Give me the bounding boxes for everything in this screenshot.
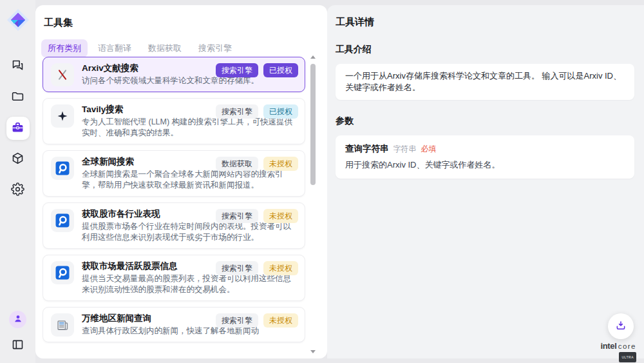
tab-category-1[interactable]: 语言翻译	[91, 39, 138, 57]
brand-ultra-badge: ULTRA	[619, 352, 636, 362]
auth-status-badge: 未授权	[263, 261, 298, 275]
category-badge: 搜索引擎	[216, 261, 258, 275]
tool-card[interactable]: 全球新闻搜索 全球新闻搜索是一个聚合全球各大新闻网站内容的搜索引擎，帮助用户快速…	[43, 150, 305, 197]
tab-category-0[interactable]: 所有类别	[41, 39, 88, 57]
intro-heading: 工具介绍	[336, 44, 634, 55]
intel-core-logo: intel core ULTRA	[600, 342, 636, 362]
rail-bottom	[8, 311, 28, 355]
detail-title: 工具详情	[336, 16, 634, 28]
tool-card[interactable]: 获取市场最活跃股票信息 提供当天交易量最高的股票列表，投资者可以利用这些信息来识…	[43, 255, 305, 301]
tool-card[interactable]: Arxiv文献搜索 访问各个研究领域大量科学论文和文章的存储库。 搜索引擎 已授…	[43, 57, 305, 92]
tool-description: 提供股票市场各个行业在特定时间段内的表现。投资者可以利用这些信息来识别表现优于或…	[82, 221, 297, 243]
user-avatar[interactable]	[9, 311, 26, 328]
cube-icon	[11, 152, 24, 168]
sparkle-icon	[51, 104, 74, 128]
category-tabs: 所有类别语言翻译数据获取搜索引擎	[41, 39, 327, 57]
blue-search-icon	[51, 209, 74, 232]
param-desc: 用于搜索的Arxiv ID、关键字或作者姓名。	[345, 159, 625, 171]
tool-description: 提供当天交易量最高的股票列表，投资者可以利用这些信息来识别流动性强的股票和潜在的…	[82, 273, 297, 295]
tool-list: Arxiv文献搜索 访问各个研究领域大量科学论文和文章的存储库。 搜索引擎 已授…	[43, 57, 305, 358]
tab-category-2[interactable]: 数据获取	[142, 39, 188, 57]
blue-search-icon	[51, 157, 74, 180]
left-rail	[0, 0, 35, 363]
param-type: 字符串	[393, 144, 417, 155]
auth-status-badge: 已授权	[263, 104, 298, 119]
download-button[interactable]	[608, 313, 634, 339]
category-badge: 搜索引擎	[216, 209, 258, 223]
category-badge: 搜索引擎	[216, 104, 258, 119]
param-card: 查询字符串 字符串 必填 用于搜索的Arxiv ID、关键字或作者姓名。	[336, 135, 634, 179]
page-title: 工具集	[44, 17, 327, 29]
tool-description: 全球新闻搜索是一个聚合全球各大新闻网站内容的搜索引擎，帮助用户快速获取全球最新资…	[82, 169, 297, 191]
newspaper-icon	[51, 313, 74, 337]
gear-icon	[11, 182, 24, 199]
toggle-sidebar[interactable]	[8, 336, 28, 355]
tab-category-3[interactable]: 搜索引擎	[192, 39, 238, 57]
toolbox-icon	[11, 121, 24, 137]
list-scrollbar[interactable]	[310, 55, 316, 353]
param-required-badge: 必填	[421, 144, 437, 155]
tool-card[interactable]: 万维地区新闻查询 查询具体行政区划内的新闻，快速了解各地新闻动 搜索引擎 未授权	[43, 307, 305, 342]
nav-settings[interactable]	[6, 179, 30, 202]
nav-files[interactable]	[6, 86, 30, 109]
nav-chat[interactable]	[6, 55, 30, 78]
intro-card: 一个用于从Arxiv存储库搜索科学论文和文章的工具。 输入可以是Arxiv ID…	[336, 64, 634, 100]
scroll-down-arrow-icon[interactable]	[310, 350, 316, 353]
tool-list-panel: 工具集 所有类别语言翻译数据获取搜索引擎 Arxiv文献搜索 访问各个研究领域大…	[35, 5, 327, 358]
auth-status-badge: 未授权	[263, 157, 298, 171]
tool-card[interactable]: 获取股市各行业表现 提供股票市场各个行业在特定时间段内的表现。投资者可以利用这些…	[43, 202, 305, 249]
brand-intel: intel	[600, 342, 616, 351]
layout-panel-icon	[11, 338, 24, 354]
folder-icon	[11, 90, 24, 106]
auth-status-badge: 未授权	[263, 209, 298, 223]
nav-tools[interactable]	[6, 117, 30, 140]
chat-icon	[11, 59, 24, 75]
arxiv-icon	[51, 63, 74, 86]
auth-status-badge: 已授权	[263, 63, 298, 77]
intro-text: 一个用于从Arxiv存储库搜索科学论文和文章的工具。 输入可以是Arxiv ID…	[345, 71, 621, 92]
nav-packages[interactable]	[6, 148, 30, 171]
brand-core: core	[618, 342, 636, 351]
category-badge: 搜索引擎	[216, 63, 258, 77]
tool-description: 专为人工智能代理 (LLM) 构建的搜索引擎工具，可快速提供实时、准确和真实的结…	[82, 117, 297, 139]
params-heading: 参数	[336, 115, 634, 127]
person-icon	[13, 313, 23, 326]
tool-card[interactable]: Tavily搜索 专为人工智能代理 (LLM) 构建的搜索引擎工具，可快速提供实…	[43, 98, 305, 144]
category-badge: 搜索引擎	[216, 313, 258, 328]
param-name: 查询字符串	[345, 143, 389, 155]
blue-search-icon	[51, 261, 74, 284]
category-badge: 数据获取	[216, 157, 258, 171]
tool-detail-panel: 工具详情 工具介绍 一个用于从Arxiv存储库搜索科学论文和文章的工具。 输入可…	[327, 5, 644, 358]
scroll-up-arrow-icon[interactable]	[310, 55, 316, 59]
auth-status-badge: 未授权	[263, 313, 298, 328]
rail-nav	[6, 55, 30, 202]
app-logo-icon	[6, 8, 30, 32]
scrollbar-thumb[interactable]	[310, 64, 316, 185]
download-icon	[615, 320, 627, 333]
